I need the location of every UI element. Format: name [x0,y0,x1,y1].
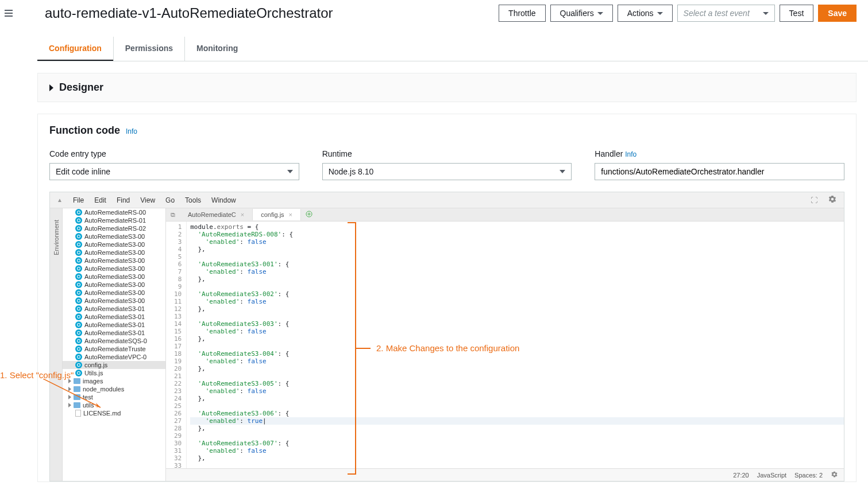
code-editor-ide: ▲ FileEditFindViewGoToolsWindow ⛶ Enviro… [49,192,844,481]
entry-type-select[interactable]: Edit code inline [49,163,299,180]
collapse-icon[interactable]: ▲ [57,197,63,203]
designer-toggle[interactable]: Designer [38,73,856,102]
handler-info-link[interactable]: Info [625,150,636,158]
tree-item[interactable]: AutoRemediateRS-00 [63,208,165,216]
tree-item[interactable]: AutoRemediateS3-01 [63,329,165,337]
ide-menu-window[interactable]: Window [211,196,236,204]
tree-item[interactable]: Utils.js [63,369,165,377]
tree-item[interactable]: images [63,377,165,385]
runtime-select[interactable]: Node.js 8.10 [322,163,572,180]
gear-icon[interactable] [828,195,837,205]
tree-item[interactable]: AutoRemediateS3-00 [63,248,165,257]
tree-item[interactable]: AutoRemediateS3-00 [63,232,165,240]
editor-tabs: ⧉ AutoRemediateC×config.js× [166,208,844,222]
tree-item[interactable]: AutoRemediateS3-01 [63,305,165,313]
status-gear-icon[interactable] [831,471,838,479]
entry-type-label: Code entry type [49,149,299,158]
close-icon[interactable]: × [289,211,292,218]
tree-item[interactable]: config.js [63,361,165,369]
tree-item[interactable]: LICENSE.md [63,409,165,417]
tab-readonly-icon: ⧉ [166,209,180,221]
qualifiers-button[interactable]: Qualifiers [550,5,613,22]
tree-item[interactable]: AutoRemediateS3-00 [63,297,165,305]
tab-permissions[interactable]: Permissions [113,37,184,61]
tree-item[interactable]: AutoRemediateTruste [63,345,165,353]
info-link[interactable]: Info [126,127,137,135]
chevron-down-icon [763,12,769,15]
handler-input[interactable] [595,163,844,180]
editor-tab[interactable]: config.js× [253,209,301,220]
tab-configuration[interactable]: Configuration [37,37,113,61]
tree-item[interactable]: AutoRemediateSQS-0 [63,337,165,345]
spaces-setting[interactable]: Spaces: 2 [794,472,823,479]
tree-item[interactable]: AutoRemediateS3-00 [63,265,165,273]
hamburger-menu[interactable] [0,5,17,21]
close-icon[interactable]: × [241,211,244,218]
save-button[interactable]: Save [818,5,857,22]
cursor-position: 27:20 [733,472,749,479]
tree-item[interactable]: utils [63,401,165,409]
actions-button[interactable]: Actions [618,5,673,22]
fullscreen-icon[interactable]: ⛶ [811,196,817,204]
tree-item[interactable]: AutoRemediateS3-00 [63,273,165,281]
chevron-down-icon [287,170,293,173]
tree-item[interactable]: AutoRemediateRS-02 [63,224,165,232]
editor-tab[interactable]: AutoRemediateC× [180,209,253,220]
ide-menu-find[interactable]: Find [117,196,130,204]
code-editor[interactable]: 1234567891011121314151617181920212223242… [166,222,844,468]
ide-menu-view[interactable]: View [140,196,155,204]
new-tab-button[interactable] [301,208,317,221]
tree-item[interactable]: AutoRemediateS3-01 [63,321,165,329]
ide-menu-file[interactable]: File [73,196,84,204]
tree-item[interactable]: AutoRemediateRS-01 [63,216,165,224]
test-event-select[interactable]: Select a test event [677,5,775,22]
chevron-down-icon [597,12,603,15]
tree-item[interactable]: test [63,393,165,401]
test-button[interactable]: Test [780,5,814,22]
throttle-button[interactable]: Throttle [499,5,545,22]
tree-item[interactable]: AutoRemediateVPC-0 [63,353,165,361]
designer-title: Designer [59,81,103,94]
tree-item[interactable]: AutoRemediateS3-00 [63,257,165,265]
designer-panel: Designer [37,73,857,102]
runtime-label: Runtime [322,149,572,158]
status-bar: 27:20 JavaScript Spaces: 2 [166,468,844,481]
tree-item[interactable]: AutoRemediateS3-01 [63,313,165,321]
page-title: auto-remediate-v1-AutoRemediateOrchestra… [45,5,494,21]
handler-label: Handler Info [595,149,844,158]
tree-item[interactable]: AutoRemediateS3-00 [63,240,165,248]
file-tree[interactable]: AutoRemediateRS-00AutoRemediateRS-01Auto… [63,208,166,481]
ide-menu-tools[interactable]: Tools [185,196,201,204]
function-code-panel: Function code Info Code entry type Edit … [37,114,857,482]
ide-menu-go[interactable]: Go [165,196,175,204]
environment-side-tab[interactable]: Environment [50,208,63,481]
tree-item[interactable]: AutoRemediateS3-00 [63,281,165,289]
main-tabs: Configuration Permissions Monitoring [37,37,868,61]
disclosure-icon [49,84,53,91]
ide-menu-bar: ▲ FileEditFindViewGoToolsWindow ⛶ [50,192,844,208]
function-code-title: Function code [49,125,120,137]
language-mode[interactable]: JavaScript [757,472,786,479]
chevron-down-icon [657,12,663,15]
tree-item[interactable]: node_modules [63,385,165,393]
chevron-down-icon [560,170,565,173]
ide-menu-edit[interactable]: Edit [94,196,106,204]
tree-item[interactable]: AutoRemediateS3-00 [63,289,165,297]
tab-monitoring[interactable]: Monitoring [184,37,249,61]
